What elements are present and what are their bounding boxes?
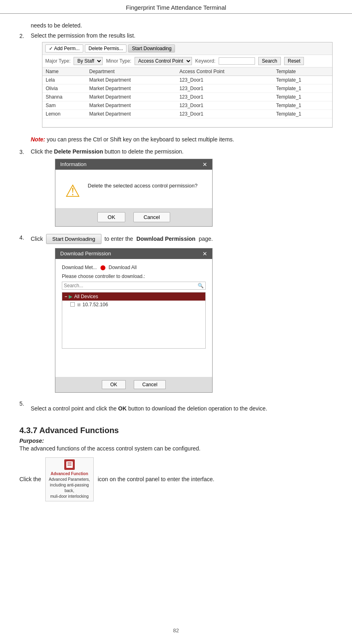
device-item[interactable]: 🖥 10.7.52.106 [62,301,205,309]
minor-type-select[interactable]: Access Control Point [135,57,192,65]
step4: 4. Click Start Downloading to enter the … [19,234,333,397]
intro-needs-deleted: needs to be deleted. [31,21,333,30]
delete-perm-button[interactable]: Delete Permis... [85,44,126,53]
all-devices-label: All Devices [74,294,98,299]
dialog-title: Information [60,161,86,167]
col-name: Name [42,67,86,76]
step3-text-after: button to delete the permission. [103,148,183,155]
step3: 3. Click the Delete Permission button to… [19,148,333,231]
dl-ok-button[interactable]: OK [102,380,126,389]
all-devices-item[interactable]: − ▶ All Devices [62,293,205,301]
step5: 5. Select a control point and click the … [19,400,333,420]
folder-icon: ▶ [69,294,72,299]
dl-search-input[interactable] [64,283,198,288]
step3-num: 3. [19,148,31,155]
advanced-function-icon-box: Advanced Function Advanced Parameters, i… [45,457,94,501]
major-type-label: Major Type: [45,58,70,64]
search-button[interactable]: Search [258,57,281,65]
major-type-select[interactable]: By Staff [74,57,103,65]
minor-type-label: Minor Type: [106,58,131,64]
dialog-cancel-button[interactable]: Cancel [133,212,170,222]
add-perm-button[interactable]: ✓ Add Perm... [45,44,83,53]
start-downloading-button[interactable]: Start Downloading [46,234,101,244]
col-department: Department [86,67,176,76]
device-icon: 🖥 [76,302,81,307]
col-template: Template [273,67,332,76]
step5-bold: OK [118,405,126,412]
purpose-text: The advanced functions of the access con… [19,444,333,453]
step4-text-end: page. [199,236,213,242]
dialog-ok-button[interactable]: OK [97,212,125,222]
note-text: you can press the Ctrl or Shift key on t… [47,136,234,143]
page-footer: 82 [0,622,352,637]
dl-choose-label: Please choose controller to download.: [62,274,206,279]
table-row[interactable]: LelaMarket Department123_Door1Template_1 [42,76,332,84]
minus-icon: − [65,294,67,299]
close-icon[interactable]: ✕ [202,161,207,168]
dl-cancel-button[interactable]: Cancel [134,380,166,389]
section-heading: 4.3.7 Advanced Functions [19,426,333,435]
page-header: Fingerprint Time Attendance Terminal [0,0,352,14]
dl-close-icon[interactable]: ✕ [202,250,207,257]
warning-icon: ⚠ [65,181,80,201]
dl-radio-icon: ⬤ [100,265,105,270]
purpose-label: Purpose: [19,438,333,444]
note-label: Note: [31,136,45,143]
note-block: Note: you can press the Ctrl or Shift ke… [31,135,321,144]
adv-click-row: Click the Advanced Function Advanced Par… [19,457,333,501]
step5-num: 5. [19,400,31,407]
step4-bold: Download Permission [136,236,195,242]
reset-button[interactable]: Reset [284,57,304,65]
col-access-control-point: Access Control Point [176,67,273,76]
step4-num: 4. [19,234,31,241]
click-text-before: Click the [19,476,41,482]
keyword-input[interactable] [219,57,255,65]
dl-method-label: Download Met... [62,265,97,270]
click-text-after: icon on the control panel to enter the i… [98,476,215,482]
step2-num: 2. [19,32,31,39]
step4-text-after: to enter the [105,236,133,242]
dl-tree-area: − ▶ All Devices 🖥 10.7.52.106 [62,292,206,349]
adv-icon-label: Advanced Function Advanced Parameters, i… [47,471,92,499]
dl-dialog-title: Download Permission [60,250,111,257]
dialog-message: Delete the selected access control permi… [88,183,198,189]
section-437: 4.3.7 Advanced Functions Purpose: The ad… [19,426,333,501]
dl-search-row: 🔍 [62,282,206,290]
step5-text-before: Select a control point and click the [31,405,118,412]
step3-bold: Delete Permission [54,148,103,155]
step4-text-before: Click [31,236,43,242]
delete-permission-dialog: Information ✕ ⚠ Delete the selected acce… [55,159,213,227]
adv-function-image [64,459,75,470]
table-row[interactable]: SamMarket Department123_Door1Template_1 [42,101,332,110]
step2: 2. Select the permission from the result… [19,32,333,131]
empty-row [42,118,332,127]
start-downloading-toolbar-button[interactable]: Start Downloading [128,44,175,53]
device-label: 10.7.52.106 [82,302,108,307]
table-row[interactable]: ShannaMarket Department123_Door1Template… [42,93,332,101]
search-icon: 🔍 [198,283,204,288]
download-permission-dialog: Download Permission ✕ Download Met... ⬤ … [55,248,213,393]
step2-text: Select the permission from the results l… [31,32,135,39]
keyword-label: Keyword: [195,58,215,64]
step5-text-after: button to download the deletion operatio… [126,405,267,412]
table-row[interactable]: OliviaMarket Department123_Door1Template… [42,84,332,93]
table-row[interactable]: LemonMarket Department123_Door1Template_… [42,110,332,118]
step3-text-before: Click the [31,148,54,155]
permission-table: Name Department Access Control Point Tem… [42,67,332,127]
checkbox-icon [70,302,75,307]
dl-all-label: Download All [109,265,137,270]
